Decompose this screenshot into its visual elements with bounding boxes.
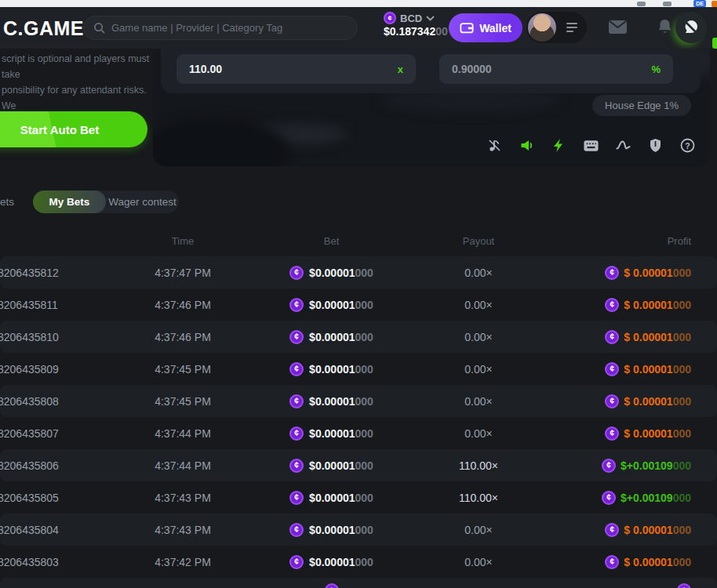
menu-list-icon (566, 23, 579, 32)
bet-id: 8206435805 (0, 481, 100, 514)
bcd-coin-icon: ¢ (602, 459, 616, 473)
bets-table-header: Time Bet Payout Profit (0, 230, 717, 252)
search-bar[interactable] (83, 16, 358, 40)
avatar[interactable] (528, 13, 556, 42)
bcd-coin-icon: ¢ (289, 266, 304, 280)
search-icon (93, 22, 105, 34)
bet-id: 8206435807 (0, 417, 100, 449)
bet-amount: ¢$0.00001000 (259, 514, 404, 546)
bcd-coin-icon: ¢ (289, 426, 304, 441)
browser-extension-icon[interactable] (637, 2, 646, 6)
win-chance-field[interactable]: % (439, 54, 673, 84)
bet-profit: ¢$+0.00109000 (511, 449, 691, 481)
bcd-coin-icon: ¢ (289, 523, 304, 537)
site-header: C.GAME ¢ BCD $0.18734200 Wallet (0, 7, 717, 49)
table-row[interactable]: 82064358124:37:47 PM¢$0.000010000.00×¢$ … (0, 256, 717, 289)
table-row[interactable]: 82064358054:37:43 PM¢$0.00001000110.00×¢… (0, 481, 717, 514)
tab-wager-contest[interactable]: Wager contest (106, 191, 179, 213)
user-menu[interactable] (526, 12, 587, 43)
bets-table-body: 82064358124:37:47 PM¢$0.000010000.00×¢$ … (0, 256, 717, 588)
payout-input[interactable] (189, 63, 346, 75)
bet-time: 4:37:46 PM (120, 289, 246, 321)
header-profit: Profit (511, 230, 691, 252)
bet-time: 4:37:43 PM (120, 481, 246, 514)
bet-amount: ¢$0.00001000 (259, 353, 404, 385)
bcd-coin-icon: ¢ (605, 523, 619, 537)
bet-profit: ¢$ 0.00001000 (511, 321, 691, 353)
bet-time: 4:37:45 PM (120, 385, 246, 417)
multiplier-suffix: x (398, 64, 403, 75)
header-bet: Bet (259, 230, 404, 252)
browser-extension-de-badge[interactable]: DE (693, 0, 706, 7)
header-time: Time (120, 230, 246, 252)
chat-muted-icon (682, 19, 700, 36)
site-logo[interactable]: C.GAME (3, 17, 84, 40)
bet-time: 4:37:47 PM (120, 256, 246, 289)
bet-time: 4:37:46 PM (120, 321, 246, 353)
bet-profit: ¢$ 0.00001000 (511, 353, 691, 385)
bet-time: 4:37:42 PM (120, 546, 246, 578)
table-row[interactable]: 82064358034:37:42 PM¢$0.000010000.00×¢$ … (0, 546, 717, 578)
bet-amount: ¢$0.00001000 (259, 289, 404, 321)
start-auto-bet-button[interactable]: Start Auto Bet (0, 111, 147, 147)
table-row[interactable]: 82064358064:37:44 PM¢$0.00001000110.00×¢… (0, 449, 717, 481)
bet-id: 8206435810 (0, 321, 100, 353)
balance-value: $0.18734200 (384, 25, 448, 38)
browser-strip: DE (0, 0, 717, 7)
bet-profit: ¢$ 0.00001000 (511, 546, 691, 578)
messages-icon[interactable] (609, 20, 627, 34)
bet-amount: ¢$0.00001000 (259, 385, 404, 417)
browser-extension-icon[interactable] (663, 2, 672, 6)
bcd-coin-icon: ¢ (605, 426, 619, 441)
bcd-coin-icon: ¢ (605, 394, 619, 408)
bet-time: 4:37:44 PM (120, 417, 246, 449)
search-input[interactable] (111, 22, 348, 34)
browser-extension-icon[interactable] (712, 1, 717, 7)
bet-amount: ¢$0.00001000 (259, 449, 404, 481)
bcd-coin-icon: ¢ (289, 330, 304, 344)
bet-id: 8206435808 (0, 385, 100, 417)
side-tab-fragment[interactable] (712, 38, 717, 49)
bet-id: 8206435809 (0, 353, 100, 385)
table-row[interactable]: 82064358044:37:43 PM¢$0.000010000.00×¢$ … (0, 514, 717, 546)
bcd-coin-icon: ¢ (289, 394, 304, 408)
wallet-button[interactable]: Wallet (449, 13, 522, 42)
tab-group: My Bets Wager contest (33, 191, 179, 213)
bets-tabs: ets My Bets Wager contest (0, 191, 717, 213)
bet-amount: ¢$0.00001000 (259, 256, 404, 289)
live-stats-icon[interactable] (616, 138, 631, 153)
bet-id: 8206435806 (0, 449, 100, 481)
bcd-coin-icon: ¢ (605, 298, 619, 312)
bet-id: 8206435803 (0, 546, 100, 578)
sound-on-icon[interactable] (519, 138, 534, 153)
win-chance-input[interactable] (452, 63, 609, 75)
table-row-partial: ¢¢ (0, 578, 717, 588)
turbo-bet-icon[interactable] (551, 138, 566, 153)
hotkeys-keyboard-icon[interactable] (584, 138, 599, 153)
bcd-coin-icon: ¢ (605, 330, 619, 344)
currency-code: BCD (400, 13, 422, 24)
tab-all-bets-partial[interactable]: ets (0, 191, 14, 213)
table-row[interactable]: 82064358114:37:46 PM¢$0.000010000.00×¢$ … (0, 289, 717, 321)
bet-amount: ¢$0.00001000 (259, 546, 404, 578)
tab-my-bets[interactable]: My Bets (33, 191, 106, 213)
bcd-coin-icon: ¢ (289, 298, 304, 312)
bet-profit: ¢$+0.00109000 (511, 481, 691, 514)
table-row[interactable]: 82064358104:37:46 PM¢$0.000010000.00×¢$ … (0, 321, 717, 353)
table-row[interactable]: 82064358094:37:45 PM¢$0.000010000.00×¢$ … (0, 353, 717, 385)
chat-toggle-button[interactable] (675, 12, 707, 43)
bet-controls-sidebar: script is optional and players must take… (0, 49, 153, 166)
house-edge-badge: House Edge 1% (592, 95, 691, 116)
help-icon[interactable]: ? (680, 138, 695, 153)
notifications-bell-icon[interactable] (657, 19, 672, 35)
bet-profit: ¢$ 0.00001000 (511, 256, 691, 289)
table-row[interactable]: 82064358084:37:45 PM¢$0.000010000.00×¢$ … (0, 385, 717, 417)
music-off-icon[interactable] (487, 138, 502, 153)
table-row[interactable]: 82064358074:37:44 PM¢$0.000010000.00×¢$ … (0, 417, 717, 449)
fairness-shield-icon[interactable] (648, 138, 663, 153)
payout-field[interactable]: x (177, 54, 416, 84)
bet-profit: ¢$ 0.00001000 (511, 289, 691, 321)
bet-time: 4:37:44 PM (120, 449, 246, 481)
game-panel: x % House Edge 1% (153, 49, 710, 166)
currency-selector[interactable]: ¢ BCD $0.18734200 (384, 12, 448, 38)
